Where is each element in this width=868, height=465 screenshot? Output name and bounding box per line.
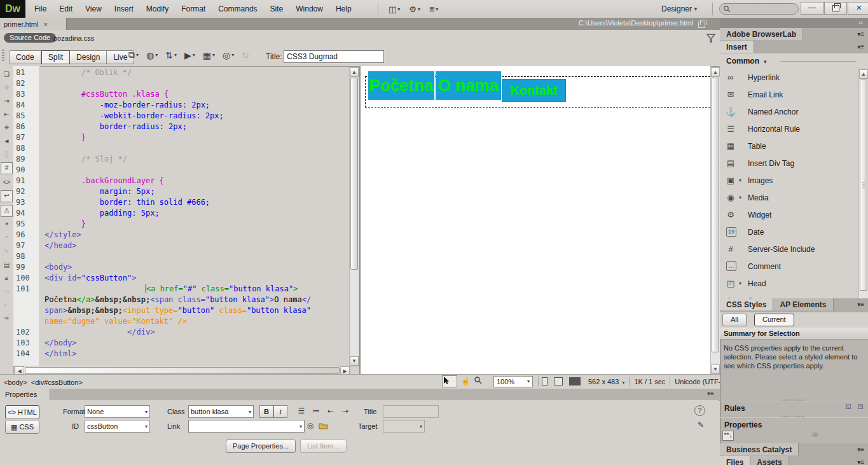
ordered-list-icon[interactable]: ≔ — [310, 405, 322, 417]
panel-menu-icon[interactable]: ▾≡ — [857, 31, 864, 38]
code-line[interactable]: 88 — [13, 143, 359, 154]
menu-commands[interactable]: Commands — [212, 0, 263, 18]
format-source-code-icon[interactable]: ✑ — [1, 313, 12, 324]
preview-in-browser-icon[interactable]: ◍▾ — [146, 50, 158, 60]
code-line[interactable]: 92 margin: 5px; — [13, 186, 359, 197]
view-button-split[interactable]: Split — [41, 50, 70, 64]
window-size-select[interactable]: 562 x 483 ▾ — [588, 378, 624, 385]
format-select[interactable]: None▾ — [85, 405, 150, 418]
menu-window[interactable]: Window — [289, 0, 329, 18]
collapse-selection-icon[interactable]: ⇤ — [1, 109, 12, 120]
code-line[interactable]: 101 <a href="#" class="button klasa"> — [13, 284, 359, 295]
class-select[interactable]: button klasa▾ — [188, 405, 254, 418]
code-line[interactable]: 86 border-radius: 2px; — [13, 121, 359, 132]
insert-item-head[interactable]: ◰▾Head — [720, 275, 858, 292]
source-code-button[interactable]: Source Code — [4, 33, 56, 43]
insert-item-widget[interactable]: ⚙Widget — [720, 206, 858, 223]
id-select[interactable]: cssButton▾ — [85, 420, 150, 433]
insert-item-comment[interactable]: …Comment — [720, 258, 858, 275]
line-numbers-icon[interactable]: # — [1, 162, 13, 174]
insert-item-email-link[interactable]: ✉Email Link — [720, 86, 858, 103]
code-line[interactable]: 85 -webkit-border-radius: 2px; — [13, 111, 359, 121]
apply-comment-icon[interactable]: ❝ — [1, 219, 12, 230]
page-properties-button[interactable]: Page Properties... — [226, 440, 296, 453]
filter-related-files-icon[interactable] — [706, 34, 716, 43]
scrollbar-thumb[interactable] — [860, 80, 867, 291]
scrollbar-thumb[interactable] — [712, 78, 719, 352]
show-cascade-icon[interactable]: ◱ — [843, 402, 853, 411]
restore-button[interactable] — [824, 2, 847, 15]
code-line[interactable]: 89 /* Sloj */ — [13, 154, 359, 165]
collapse-full-tag-icon[interactable]: ⇥ — [1, 95, 12, 106]
code-line[interactable]: 99<body> — [13, 262, 359, 273]
code-line[interactable]: 90 — [13, 165, 359, 176]
insert-item-hyperlink[interactable]: ∞Hyperlink — [720, 69, 858, 86]
move-css-rule-icon[interactable]: ≡ — [1, 273, 12, 284]
code-line[interactable]: name="dugme" value="Kontakt" /> — [13, 316, 359, 327]
indent-icon[interactable]: ⇢ — [339, 405, 352, 417]
search-input[interactable] — [719, 3, 799, 15]
code-line[interactable]: 94 padding: 5px; — [13, 208, 359, 219]
design-view[interactable]: Početna O nama Kontakt — [361, 66, 710, 374]
design-vertical-scrollbar[interactable]: ▲ ▼ — [710, 67, 720, 375]
insert-item-table[interactable]: ▦Table — [720, 137, 858, 155]
unordered-list-icon[interactable]: ☰ — [295, 405, 308, 417]
panel-menu-icon[interactable]: ▾≡ — [857, 446, 864, 453]
code-line[interactable]: 93 border: thin solid #666; — [13, 197, 359, 208]
scrollbar-thumb[interactable] — [25, 367, 340, 374]
insert-scrollbar[interactable]: ▲ ▼ — [858, 69, 868, 314]
code-line[interactable]: span>&nbsp;&nbsp;<input type="button" cl… — [13, 305, 359, 316]
menu-insert[interactable]: Insert — [108, 0, 140, 18]
layout-switcher-icon[interactable]: ◫▾ — [389, 4, 400, 14]
workspace-switcher[interactable]: Designer ▼ — [661, 0, 698, 18]
code-line[interactable]: Početna</a>&nbsp;&nbsp;<span class="butt… — [13, 295, 359, 305]
document-title-input[interactable]: CSS3 Dugmad — [284, 50, 384, 63]
file-management-icon[interactable]: ⇅▾ — [165, 50, 177, 60]
code-line[interactable]: 97</head> — [13, 240, 359, 251]
panel-menu-icon[interactable]: ▾≡ — [857, 301, 864, 308]
view-button-code[interactable]: Code — [9, 50, 41, 64]
hand-tool[interactable]: ☝ — [458, 376, 472, 387]
tab-primer-html[interactable]: primer.html × — [0, 18, 67, 30]
desktop-size-icon[interactable] — [569, 377, 581, 385]
scroll-up-icon[interactable]: ▲ — [711, 67, 720, 77]
code-view[interactable]: 81 /* Oblik */8283 #cssButton .klasa {84… — [13, 66, 359, 367]
show-only-set-properties-icon[interactable]: **↓ — [722, 431, 734, 441]
code-line[interactable]: 104</html> — [13, 349, 359, 359]
recent-snippets-icon[interactable]: ▤ — [1, 260, 12, 270]
live-view-options-icon[interactable]: ▶▾ — [184, 50, 195, 60]
menu-file[interactable]: File — [28, 0, 53, 18]
italic-button[interactable]: I — [273, 405, 287, 418]
menu-modify[interactable]: Modify — [140, 0, 175, 18]
help-icon[interactable]: ? — [694, 405, 705, 416]
tab-adobe-browserlab[interactable]: Adobe BrowserLab — [720, 28, 803, 40]
point-to-file-icon[interactable]: ◎ — [304, 420, 317, 431]
insert-item-named-anchor[interactable]: ⚓Named Anchor — [720, 103, 858, 120]
code-line[interactable]: 91 .backGroundLayer { — [13, 176, 359, 186]
code-line[interactable]: 87 } — [13, 132, 359, 143]
word-wrap-icon[interactable]: ↩ — [1, 190, 13, 202]
quick-tag-editor-icon[interactable]: ✎ — [694, 419, 707, 431]
collapse-to-icons-button[interactable]: ›› — [858, 18, 863, 26]
code-line[interactable]: 98 — [13, 251, 359, 262]
panel-menu-icon[interactable]: ▾≡ — [857, 43, 864, 50]
tablet-size-icon[interactable] — [554, 377, 563, 385]
site-management-icon[interactable]: ⧈▾ — [429, 4, 438, 14]
html-mode-button[interactable]: <> HTML — [5, 405, 39, 419]
outdent-icon[interactable]: ⇠ — [324, 405, 337, 417]
mobile-size-icon[interactable] — [542, 377, 548, 385]
check-browser-compatibility-icon[interactable]: ▦▾ — [203, 50, 215, 60]
validate-markup-icon[interactable]: ◎▾ — [223, 50, 234, 60]
doc-restore-icon[interactable] — [698, 20, 705, 29]
tab-css-styles[interactable]: CSS Styles — [720, 298, 773, 310]
tab-files[interactable]: Files — [720, 456, 750, 465]
menu-site[interactable]: Site — [264, 0, 290, 18]
insert-item-horizontal-rule[interactable]: ☰Horizontal Rule — [720, 120, 858, 137]
code-line[interactable]: 82 — [13, 78, 359, 89]
show-summary-icon[interactable]: ◳ — [855, 402, 865, 411]
all-mode-button[interactable]: All — [722, 314, 747, 326]
link-combo[interactable]: ▾ — [188, 420, 305, 433]
design-button-kontakt[interactable]: Kontakt — [502, 79, 566, 102]
insert-item-insert-div-tag[interactable]: ▤Insert Div Tag — [720, 155, 858, 172]
tab-business-catalyst[interactable]: Business Catalyst — [720, 443, 799, 455]
